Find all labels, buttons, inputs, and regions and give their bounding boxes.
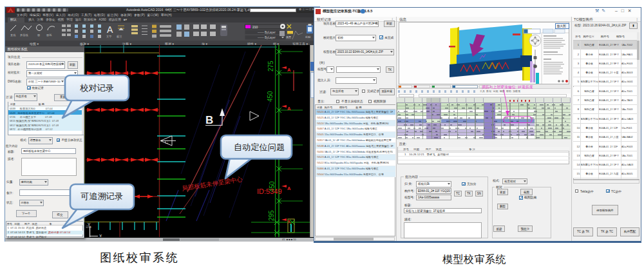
- svg-text:A: A: [287, 67, 291, 73]
- svg-text:X: X: [99, 234, 102, 237]
- svg-text:ID:5349: ID:5349: [257, 187, 282, 195]
- svg-text:粘贴: 粘贴: [305, 35, 311, 39]
- svg-text:多段线: 多段线: [20, 34, 28, 37]
- svg-text:测量: 测量: [286, 35, 291, 39]
- svg-text:─── ByLayer: ─── ByLayer: [257, 31, 276, 34]
- svg-text:C: C: [165, 140, 168, 144]
- svg-text:A: A: [287, 186, 291, 191]
- svg-text:圆弧: 圆弧: [46, 34, 52, 37]
- svg-text:文字: 文字: [106, 35, 112, 38]
- svg-text:A: A: [107, 24, 113, 35]
- svg-text:275: 275: [267, 61, 274, 72]
- svg-text:圆: 圆: [37, 34, 40, 37]
- svg-text:A: A: [287, 106, 291, 111]
- svg-text:295: 295: [268, 210, 275, 221]
- svg-text:A: A: [287, 147, 291, 153]
- svg-text:210: 210: [252, 25, 258, 29]
- svg-text:局部板筋未伸至梁中心: 局部板筋未伸至梁中心: [182, 175, 243, 192]
- svg-text:450: 450: [267, 91, 274, 102]
- svg-text:B: B: [205, 114, 213, 126]
- svg-text:─── ByLayer: ─── ByLayer: [257, 36, 276, 39]
- svg-text:直线: 直线: [10, 34, 16, 37]
- svg-text:标注: 标注: [117, 35, 122, 39]
